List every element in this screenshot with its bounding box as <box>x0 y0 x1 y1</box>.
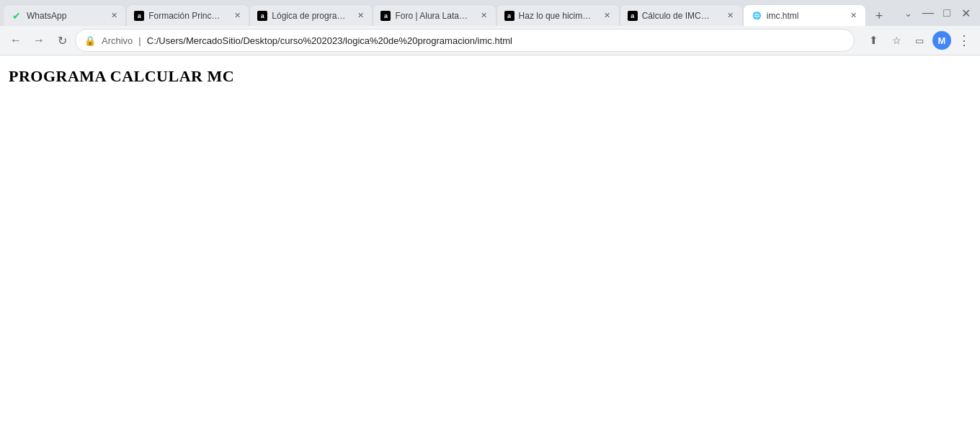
reload-button[interactable]: ↻ <box>52 30 72 50</box>
back-button[interactable]: ← <box>6 30 26 50</box>
page-heading: PROGRAMA CALCULAR MC <box>9 67 971 86</box>
address-input-wrap[interactable]: 🔒 Archivo | C:/Users/MercadoSitio/Deskto… <box>75 29 855 52</box>
forward-button[interactable]: → <box>29 30 49 50</box>
new-tab-button[interactable]: + <box>869 6 889 26</box>
tab-calculo-close[interactable]: ✕ <box>725 10 736 22</box>
browser-chrome: ✔ WhatsApp ✕ a Formación Princ… ✕ a Lógi… <box>0 0 980 56</box>
address-bar: ← → ↻ 🔒 Archivo | C:/Users/MercadoSitio/… <box>0 26 980 55</box>
menu-button[interactable]: ⋮ <box>954 30 974 50</box>
tab-calculo-title: Cálculo de IMC… <box>642 11 721 21</box>
alura-favicon-icon-1: a <box>134 11 144 21</box>
tab-foro-title: Foro | Alura Lata… <box>395 11 473 21</box>
tab-logica[interactable]: a Lógica de progra… ✕ <box>249 4 373 26</box>
tab-bar-row: ✔ WhatsApp ✕ a Formación Princ… ✕ a Lógi… <box>0 0 980 26</box>
tab-haz-close[interactable]: ✕ <box>602 10 613 22</box>
page-content: PROGRAMA CALCULAR MC <box>0 56 980 97</box>
bookmark-button[interactable]: ☆ <box>886 30 906 50</box>
alura-favicon-icon-5: a <box>628 11 638 21</box>
tab-calculo[interactable]: a Cálculo de IMC… ✕ <box>620 4 743 26</box>
whatsapp-favicon-icon: ✔ <box>11 10 22 22</box>
alura-favicon-icon-2: a <box>257 11 267 21</box>
imc-favicon-icon: 🌐 <box>751 10 762 22</box>
address-separator: | <box>138 35 141 46</box>
maximize-button[interactable]: □ <box>938 4 956 22</box>
tab-imc-close[interactable]: ✕ <box>848 10 860 22</box>
tab-imc[interactable]: 🌐 imc.html ✕ <box>743 4 866 26</box>
address-url: C:/Users/MercadoSitio/Desktop/curso%2020… <box>147 35 845 46</box>
tab-imc-title: imc.html <box>767 11 844 21</box>
tab-logica-close[interactable]: ✕ <box>355 10 366 22</box>
tabs-section: ✔ WhatsApp ✕ a Formación Princ… ✕ a Lógi… <box>0 0 892 26</box>
tab-whatsapp-title: WhatsApp <box>27 11 104 21</box>
lock-icon: 🔒 <box>84 35 96 46</box>
tab-whatsapp[interactable]: ✔ WhatsApp ✕ <box>3 4 126 26</box>
tab-haz-title: Haz lo que hicim… <box>519 11 597 21</box>
tab-foro[interactable]: a Foro | Alura Lata… ✕ <box>373 4 496 26</box>
split-view-button[interactable]: ▭ <box>909 30 930 50</box>
tab-whatsapp-close[interactable]: ✕ <box>108 10 120 22</box>
profile-avatar[interactable]: M <box>932 31 951 50</box>
tab-formacion-close[interactable]: ✕ <box>231 10 243 22</box>
close-button[interactable]: ✕ <box>957 4 974 22</box>
tab-haz[interactable]: a Haz lo que hicim… ✕ <box>496 4 620 26</box>
alura-favicon-icon-4: a <box>504 11 514 21</box>
tab-logica-title: Lógica de progra… <box>272 11 350 21</box>
share-button[interactable]: ⬆ <box>863 30 883 50</box>
tab-formacion-title: Formación Princ… <box>148 11 227 21</box>
window-controls: ⌄ — □ ✕ <box>892 0 980 26</box>
address-right-icons: ⬆ ☆ ▭ M ⋮ <box>863 30 974 50</box>
address-prefix: Archivo <box>102 35 133 46</box>
alura-favicon-icon-3: a <box>380 11 391 21</box>
tab-foro-close[interactable]: ✕ <box>478 10 490 22</box>
search-tabs-button[interactable]: ⌄ <box>898 3 918 23</box>
minimize-button[interactable]: — <box>919 4 937 22</box>
tab-formacion[interactable]: a Formación Princ… ✕ <box>126 4 249 26</box>
